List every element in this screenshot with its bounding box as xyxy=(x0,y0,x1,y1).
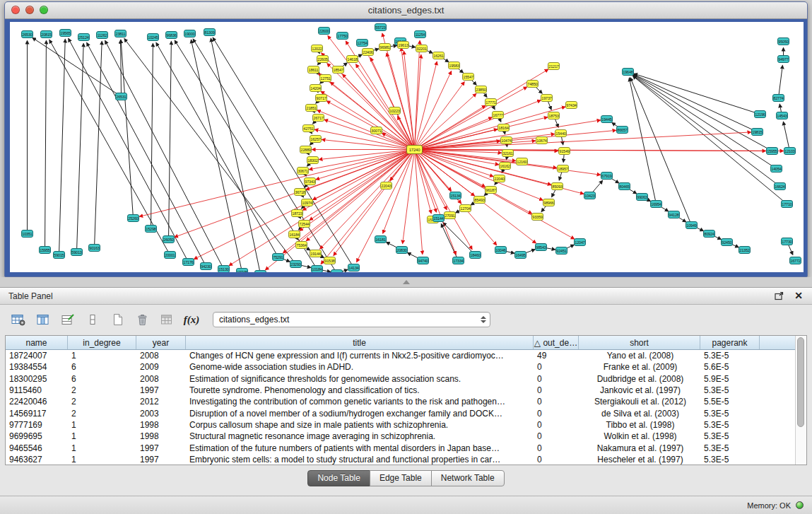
graph-node[interactable]: 19737 xyxy=(541,94,553,102)
graph-node[interactable]: 94740 xyxy=(417,257,429,264)
graph-node[interactable]: 10245 xyxy=(147,33,159,41)
scrollbar-thumb[interactable] xyxy=(797,337,804,427)
graph-node[interactable]: 22040 xyxy=(493,175,505,182)
graph-node[interactable]: 55723 xyxy=(375,23,387,31)
graph-node[interactable]: 15955 xyxy=(39,246,51,254)
graph-node[interactable]: 30671 xyxy=(297,167,309,175)
graph-node[interactable]: 96836 xyxy=(165,31,177,39)
graph-node[interactable]: 12103 xyxy=(784,147,796,155)
graph-node[interactable]: 26717 xyxy=(312,114,324,122)
graph-node[interactable]: 17334 xyxy=(452,257,464,264)
graph-node[interactable]: 19445 xyxy=(601,115,613,123)
graph-node[interactable]: 94128 xyxy=(668,211,680,218)
column-header-pagerank[interactable]: pagerank xyxy=(700,336,760,349)
graph-node[interactable]: 16181 xyxy=(375,235,387,243)
graph-node[interactable]: 11262 xyxy=(96,31,108,39)
graph-node[interactable]: 16495 xyxy=(514,251,526,259)
table-row[interactable]: 1456911722003Disruption of a novel membe… xyxy=(6,407,795,419)
graph-node[interactable]: 80924 xyxy=(703,230,715,238)
table-mode-button[interactable] xyxy=(9,311,28,328)
graph-node[interactable]: 18753 xyxy=(548,112,560,119)
close-window-button[interactable] xyxy=(11,6,20,14)
table-row[interactable]: 946362711997Embryonic stem cells: a mode… xyxy=(6,454,795,465)
graph-node[interactable]: 16162 xyxy=(499,162,511,170)
graph-node[interactable]: 14618 xyxy=(346,55,358,63)
graph-node[interactable]: 94977 xyxy=(777,55,789,63)
graph-node[interactable]: 74850 xyxy=(526,80,539,88)
graph-node[interactable]: 10046 xyxy=(495,246,507,254)
graph-hub-node[interactable]: 17240 xyxy=(406,145,423,154)
column-header-short[interactable]: short xyxy=(579,336,700,349)
graph-node[interactable]: 20815 xyxy=(40,30,52,38)
close-panel-icon[interactable]: ✕ xyxy=(794,291,804,300)
graph-node[interactable]: 16954 xyxy=(650,200,662,208)
import-table-button[interactable] xyxy=(158,311,176,328)
graph-node[interactable]: 96981 xyxy=(379,43,391,51)
graph-node[interactable]: 26531 xyxy=(115,93,127,100)
graph-node[interactable]: 98543 xyxy=(535,243,547,251)
graph-node[interactable]: 18460 xyxy=(469,251,481,259)
graph-node[interactable]: 22406 xyxy=(362,48,374,56)
new-file-button[interactable] xyxy=(108,311,126,328)
graph-node[interactable]: 10474 xyxy=(500,136,512,144)
graph-node[interactable]: 18723 xyxy=(291,209,303,217)
graph-node[interactable]: 67919 xyxy=(601,172,613,180)
graph-node[interactable]: 19815 xyxy=(751,128,763,136)
graph-node[interactable]: 16184 xyxy=(288,230,300,238)
graph-node[interactable]: 96187 xyxy=(485,186,497,194)
graph-node[interactable]: 16257 xyxy=(310,135,322,143)
graph-node[interactable]: 81309 xyxy=(204,28,216,36)
graph-node[interactable]: 15955 xyxy=(766,147,778,155)
graph-node[interactable]: 19565 xyxy=(59,29,71,37)
graph-node[interactable]: 12754 xyxy=(356,39,368,47)
graph-node[interactable]: 90163 xyxy=(88,244,100,252)
column-header-year[interactable]: year xyxy=(136,336,186,349)
graph-node[interactable]: 18164 xyxy=(498,124,510,132)
graph-node[interactable]: 10949 xyxy=(686,221,698,229)
graph-node[interactable]: 19144 xyxy=(310,250,322,257)
graph-node[interactable]: 59013 xyxy=(71,248,83,256)
graph-node[interactable]: 10351 xyxy=(21,230,33,238)
table-row[interactable]: 1872400712008Changes of HCN gene express… xyxy=(6,350,795,361)
graph-node[interactable]: 17771 xyxy=(485,98,497,106)
show-columns-button[interactable] xyxy=(34,311,52,328)
graph-node[interactable]: 15144 xyxy=(433,214,445,222)
graph-node[interactable]: 18816 xyxy=(331,269,343,272)
graph-node[interactable]: 22605 xyxy=(317,55,329,63)
graph-node[interactable]: 99063 xyxy=(636,193,648,201)
graph-node[interactable]: 21851 xyxy=(305,104,317,112)
graph-node[interactable]: 25124 xyxy=(78,33,90,41)
graph-node[interactable]: 95050 xyxy=(777,37,789,45)
graph-node[interactable]: 17710 xyxy=(781,200,793,208)
table-row[interactable]: 946554611997Estimation of the future num… xyxy=(6,442,795,453)
graph-node[interactable]: 10974 xyxy=(301,199,313,206)
function-builder-button[interactable]: f(x) xyxy=(182,311,201,328)
graph-node[interactable]: 21217 xyxy=(548,62,560,70)
graph-node[interactable]: 10184 xyxy=(311,265,323,272)
graph-node[interactable]: 16261 xyxy=(433,52,445,59)
graph-node[interactable]: 17730 xyxy=(781,238,793,245)
graph-node[interactable]: 16624 xyxy=(774,182,786,190)
graph-node[interactable]: 19000 xyxy=(184,30,196,37)
graph-node[interactable]: 19613 xyxy=(397,41,409,49)
table-row[interactable]: 1938455462009Genome-wide association stu… xyxy=(6,361,795,373)
graph-node[interactable]: 23850 xyxy=(475,86,487,93)
graph-node[interactable]: 98966 xyxy=(543,199,555,206)
table-row[interactable]: 911546021997Tourette syndrome. Phenomeno… xyxy=(6,385,795,396)
graph-node[interactable]: 19583 xyxy=(448,62,460,69)
graph-node[interactable]: 91549 xyxy=(558,147,570,155)
memory-status-indicator-icon[interactable] xyxy=(796,501,804,509)
graph-node[interactable]: 27091 xyxy=(444,211,456,219)
graph-node[interactable]: 85093 xyxy=(551,182,563,190)
graph-node[interactable]: 16777 xyxy=(492,111,504,119)
graph-node[interactable]: 15130 xyxy=(218,265,230,272)
graph-node[interactable]: 26530 xyxy=(21,30,33,38)
graph-node[interactable]: 19648 xyxy=(622,68,634,76)
graph-node[interactable]: 59015 xyxy=(53,251,65,259)
graph-node[interactable]: 32161 xyxy=(502,149,514,157)
graph-node[interactable]: 93359 xyxy=(531,213,543,221)
window-titlebar[interactable]: citations_edges.txt xyxy=(5,2,807,19)
graph-node[interactable]: 12047 xyxy=(574,238,586,246)
graph-node[interactable]: 10223 xyxy=(389,107,401,115)
graph-node[interactable]: 10423 xyxy=(584,192,596,199)
